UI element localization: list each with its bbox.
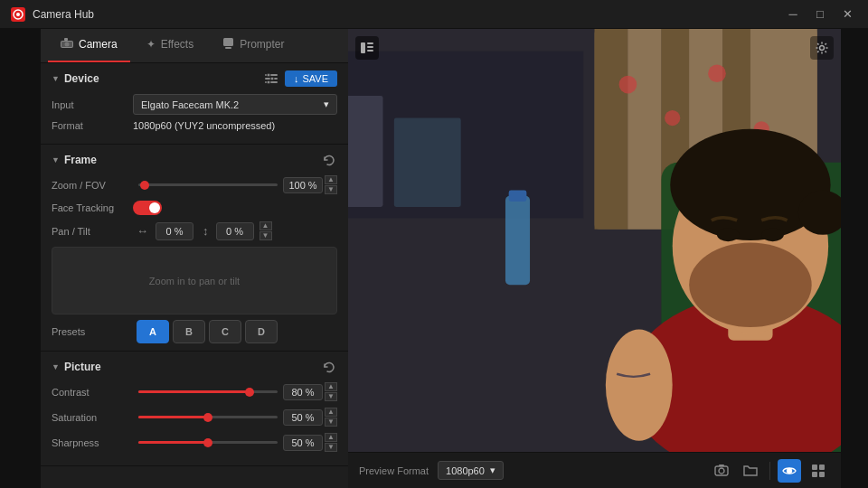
svg-point-22: [619, 76, 637, 94]
zoom-down-button[interactable]: ▼: [325, 185, 337, 194]
camera-feed: [348, 29, 841, 452]
left-panel: Camera ✦ Effects Prompter: [41, 29, 348, 488]
face-tracking-toggle[interactable]: [133, 201, 162, 215]
presets-row: Presets A B C D: [52, 320, 337, 343]
contrast-down-button[interactable]: ▼: [325, 392, 337, 401]
saturation-thumb[interactable]: [203, 413, 212, 422]
svg-point-37: [689, 242, 811, 327]
contrast-slider[interactable]: [138, 386, 278, 399]
svg-rect-43: [367, 46, 373, 48]
zoom-value[interactable]: 100 %: [283, 177, 323, 193]
eye-view-button[interactable]: [778, 459, 801, 483]
tab-prompter[interactable]: Prompter: [210, 29, 297, 62]
zoom-spinner: ▲ ▼: [325, 175, 337, 194]
svg-rect-29: [505, 196, 530, 286]
save-icon: ↓: [294, 73, 299, 84]
saturation-up-button[interactable]: ▲: [325, 408, 337, 417]
picture-title-label: Picture: [64, 361, 101, 373]
device-settings-button[interactable]: [263, 70, 279, 87]
format-chevron-icon: ▾: [490, 465, 495, 476]
device-title-label: Device: [64, 72, 99, 85]
picture-reset-button[interactable]: [321, 359, 337, 375]
input-dropdown[interactable]: Elgato Facecam MK.2 ▾: [133, 94, 337, 115]
zoom-slider[interactable]: [138, 179, 278, 192]
folder-button[interactable]: [739, 459, 762, 483]
minimize-button[interactable]: ─: [783, 5, 803, 24]
close-button[interactable]: ✕: [837, 5, 857, 24]
pan-input[interactable]: [156, 222, 193, 240]
tab-effects[interactable]: ✦ Effects: [134, 29, 206, 62]
camera-tab-label: Camera: [79, 38, 118, 51]
window-controls: ─ □ ✕: [783, 5, 857, 24]
svg-rect-17: [627, 29, 661, 230]
frame-chevron-icon: ▼: [52, 155, 60, 164]
saturation-down-button[interactable]: ▼: [325, 418, 337, 427]
zoom-thumb[interactable]: [140, 181, 149, 190]
contrast-value-box: 80 % ▲ ▼: [283, 382, 337, 401]
grid-view-button[interactable]: [807, 459, 830, 483]
preset-b-button[interactable]: B: [173, 320, 205, 343]
sharpness-slider[interactable]: [138, 436, 278, 449]
camera-tab-icon: [61, 38, 73, 52]
scene-svg: [348, 29, 841, 452]
saturation-slider[interactable]: [138, 411, 278, 424]
saturation-label: Saturation: [52, 412, 133, 423]
preview-settings-button[interactable]: [810, 36, 834, 60]
frame-reset-button[interactable]: [321, 152, 337, 168]
contrast-label: Contrast: [52, 387, 133, 398]
contrast-value[interactable]: 80 %: [283, 384, 323, 400]
app-icon: [11, 7, 25, 22]
preview-format-value: 1080p60: [446, 465, 485, 476]
effects-tab-label: Effects: [161, 38, 193, 51]
sharpness-up-button[interactable]: ▲: [325, 433, 337, 442]
pan-arrows-icon: ↔: [137, 224, 148, 238]
tilt-arrows-icon: ↕: [203, 224, 209, 238]
tilt-up-button[interactable]: ▲: [259, 221, 272, 230]
svg-point-45: [820, 46, 825, 51]
preset-d-button[interactable]: D: [245, 320, 278, 343]
svg-point-24: [708, 64, 726, 82]
tab-camera[interactable]: Camera: [48, 29, 130, 62]
preview-format-select[interactable]: 1080p60 ▾: [438, 461, 504, 480]
frame-section-header: ▼ Frame: [52, 152, 337, 168]
sharpness-thumb[interactable]: [203, 438, 212, 447]
titlebar: Camera Hub ─ □ ✕: [0, 0, 868, 29]
screenshot-button[interactable]: [710, 459, 733, 483]
sharpness-track: [138, 441, 278, 444]
contrast-thumb[interactable]: [245, 388, 254, 397]
zoom-preview-box: Zoom in to pan or tilt: [52, 247, 337, 314]
window-title: Camera Hub: [33, 8, 783, 21]
svg-rect-41: [361, 42, 365, 53]
preset-c-button[interactable]: C: [209, 320, 241, 343]
sharpness-fill: [138, 441, 208, 444]
maximize-button[interactable]: □: [810, 5, 830, 24]
outer-left-area: [0, 29, 41, 488]
frame-section-title: ▼ Frame: [52, 154, 97, 166]
sharpness-down-button[interactable]: ▼: [325, 443, 337, 452]
main-layout: Camera ✦ Effects Prompter: [0, 29, 868, 488]
save-button[interactable]: ↓ SAVE: [285, 70, 337, 87]
tilt-input[interactable]: [216, 222, 254, 240]
preview-bottom-bar: Preview Format 1080p60 ▾: [348, 452, 841, 488]
zoom-row: Zoom / FOV 100 % ▲ ▼: [52, 175, 337, 194]
contrast-up-button[interactable]: ▲: [325, 382, 337, 391]
zoom-up-button[interactable]: ▲: [325, 175, 337, 184]
preset-a-button[interactable]: A: [137, 320, 169, 343]
svg-point-12: [270, 77, 274, 80]
svg-point-23: [665, 110, 680, 126]
svg-rect-52: [812, 472, 817, 477]
tilt-down-button[interactable]: ▼: [259, 231, 272, 240]
format-label: Format: [52, 120, 133, 131]
svg-point-38: [717, 228, 740, 241]
saturation-value-box: 50 % ▲ ▼: [283, 408, 337, 427]
collapse-preview-button[interactable]: [355, 36, 379, 60]
saturation-value[interactable]: 50 %: [283, 409, 323, 426]
contrast-track: [138, 390, 278, 393]
svg-rect-16: [595, 29, 628, 230]
input-value: Elgato Facecam MK.2: [141, 99, 239, 110]
frame-section: ▼ Frame Zoom / FOV: [41, 145, 348, 352]
input-label: Input: [52, 99, 133, 110]
svg-rect-27: [348, 96, 383, 207]
sharpness-value[interactable]: 50 %: [283, 435, 323, 451]
svg-rect-5: [64, 38, 68, 41]
